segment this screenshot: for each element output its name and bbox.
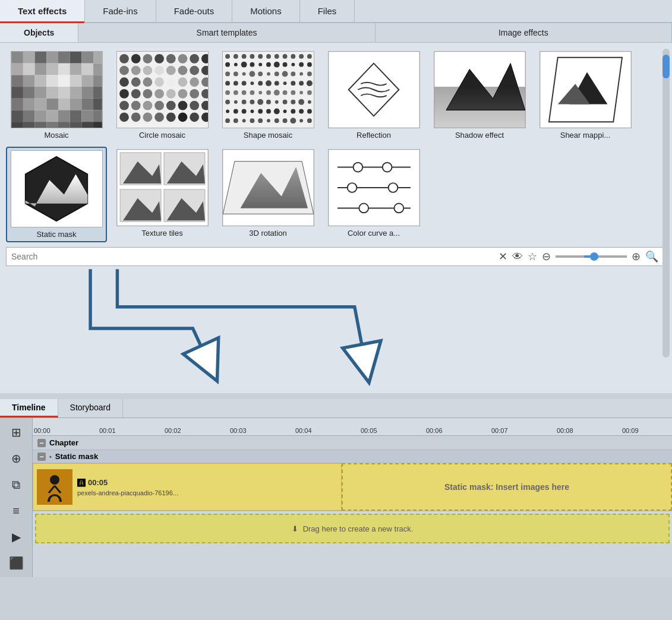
effect-3d-rotation[interactable]: 3D rotation: [217, 147, 318, 242]
svg-point-117: [307, 54, 311, 59]
svg-point-87: [178, 89, 187, 99]
clear-search-button[interactable]: ✕: [499, 250, 507, 263]
svg-point-121: [250, 62, 254, 67]
drag-here-area[interactable]: ⬇ Drag here to create a new track.: [35, 514, 670, 543]
svg-point-235: [50, 475, 59, 485]
svg-point-174: [233, 109, 238, 113]
effect-label-static-mask: Static mask: [36, 230, 76, 239]
timeline-tool-grid[interactable]: ⊞: [5, 422, 27, 443]
effect-shear-mapping[interactable]: Shear mappi...: [535, 49, 636, 142]
svg-rect-13: [58, 64, 70, 75]
clip-thumbnail: [37, 469, 72, 505]
svg-point-183: [307, 109, 311, 113]
insert-label: Static mask: Insert images here: [444, 482, 569, 492]
effect-thumb-shadow: [434, 51, 526, 128]
svg-point-188: [258, 118, 263, 123]
svg-point-131: [242, 72, 245, 75]
svg-point-190: [274, 118, 279, 123]
svg-rect-17: [11, 75, 23, 87]
svg-point-151: [225, 90, 230, 95]
timeline-tool-add[interactable]: ⊕: [5, 448, 27, 469]
ruler-mark-4: 00:04: [294, 427, 359, 434]
svg-point-189: [267, 119, 270, 122]
effect-static-mask[interactable]: Static mask: [6, 147, 107, 242]
svg-point-158: [282, 90, 287, 95]
svg-point-193: [299, 119, 303, 122]
zoom-in-button[interactable]: ⊕: [632, 250, 641, 263]
star-icon-button[interactable]: ☆: [528, 250, 537, 263]
effect-reflection[interactable]: Reflection: [323, 49, 424, 142]
svg-point-58: [119, 54, 129, 64]
svg-point-83: [131, 89, 140, 99]
timeline-tool-align[interactable]: ≡: [5, 500, 27, 521]
svg-point-70: [166, 66, 175, 75]
timeline-tool-group[interactable]: ⬛: [5, 552, 27, 574]
svg-rect-56: [93, 122, 102, 128]
zoom-out-button[interactable]: ⊖: [542, 250, 551, 263]
search-icons: ✕ 👁 ☆ ⊖ ⊕ 🔍: [499, 250, 658, 263]
timeline-tool-play[interactable]: ▶: [5, 526, 27, 548]
svg-point-148: [291, 81, 295, 86]
track-container: − Chapter − • Static mask: [33, 436, 672, 543]
svg-point-127: [299, 62, 304, 67]
svg-point-113: [274, 54, 279, 59]
ruler-mark-6: 00:06: [425, 427, 490, 434]
track-header-static-mask: − • Static mask: [33, 450, 672, 463]
eye-icon-button[interactable]: 👁: [512, 251, 523, 263]
svg-point-82: [119, 89, 129, 99]
track-collapse-button[interactable]: −: [37, 453, 46, 461]
svg-rect-3: [34, 52, 46, 64]
tab-image-effects[interactable]: Image effects: [376, 23, 672, 42]
chapter-collapse-button[interactable]: −: [37, 439, 46, 447]
tab-files[interactable]: Files: [300, 0, 355, 22]
search-input[interactable]: [11, 252, 495, 261]
effect-circle-mosaic[interactable]: Circle mosaic: [112, 49, 213, 142]
svg-point-94: [166, 101, 175, 110]
tab-objects[interactable]: Objects: [0, 23, 78, 42]
svg-point-164: [241, 100, 246, 105]
svg-point-118: [225, 62, 230, 67]
svg-point-102: [166, 112, 175, 122]
svg-rect-19: [34, 75, 46, 87]
effect-color-curve[interactable]: Color curve a...: [323, 147, 424, 242]
svg-rect-25: [11, 87, 23, 99]
tab-smart-templates[interactable]: Smart templates: [78, 23, 375, 42]
svg-point-154: [250, 90, 254, 95]
svg-point-163: [234, 100, 237, 104]
effect-mosaic[interactable]: Mosaic: [6, 49, 107, 142]
effect-shape-mosaic[interactable]: Shape mosaic: [217, 49, 318, 142]
tab-motions[interactable]: Motions: [232, 0, 300, 22]
effect-texture-tiles[interactable]: Texture tiles: [112, 147, 213, 242]
svg-rect-43: [34, 110, 46, 122]
svg-rect-39: [81, 99, 93, 110]
svg-point-59: [131, 54, 140, 64]
zoom-slider[interactable]: [556, 255, 627, 258]
svg-point-180: [283, 109, 286, 113]
scrollbar[interactable]: [662, 49, 670, 358]
svg-point-134: [267, 72, 270, 75]
svg-rect-11: [34, 64, 46, 75]
ruler-mark-2: 00:02: [163, 427, 229, 434]
tab-fade-ins[interactable]: Fade-ins: [85, 0, 156, 22]
effect-thumb-shape-mosaic: [222, 51, 314, 128]
svg-point-108: [233, 54, 238, 59]
svg-rect-31: [81, 87, 93, 99]
svg-point-122: [258, 63, 262, 67]
svg-point-103: [178, 112, 187, 122]
track-clip[interactable]: 🅰 00:05 pexels-andrea-piacquadio-76196..…: [33, 463, 342, 511]
search-magnifier-button[interactable]: 🔍: [645, 250, 658, 263]
timeline-tool-copy[interactable]: ⧉: [5, 474, 27, 495]
effect-shadow[interactable]: Shadow effect: [429, 49, 530, 142]
svg-point-177: [258, 109, 263, 113]
tab-storyboard[interactable]: Storyboard: [58, 399, 123, 417]
effect-thumb-static-mask: [11, 150, 103, 227]
svg-point-63: [178, 54, 187, 64]
scroll-thumb[interactable]: [662, 55, 670, 78]
svg-rect-46: [70, 110, 81, 122]
effect-thumb-color-curve: [328, 149, 420, 226]
track-insert-area[interactable]: Static mask: Insert images here: [342, 463, 672, 511]
tab-timeline[interactable]: Timeline: [0, 399, 58, 417]
svg-point-160: [299, 91, 303, 94]
tab-fade-outs[interactable]: Fade-outs: [156, 0, 233, 22]
tab-text-effects[interactable]: Text effects: [0, 0, 85, 22]
